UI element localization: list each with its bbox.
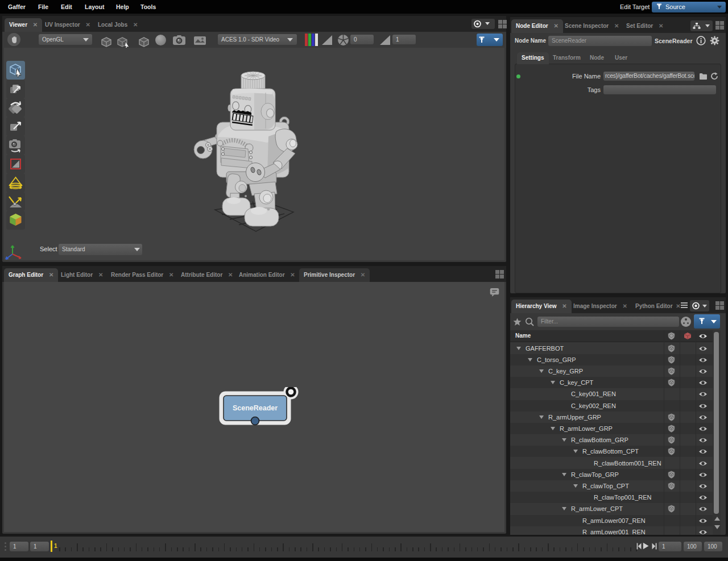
svg-text:SceneReader: SceneReader — [233, 404, 278, 412]
